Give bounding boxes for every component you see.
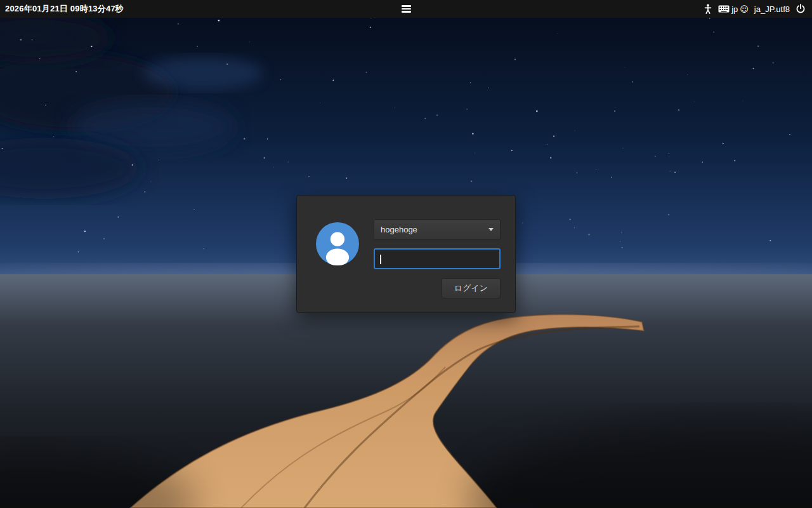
power-button[interactable]: [796, 0, 806, 18]
accessibility-button[interactable]: [704, 0, 712, 18]
username-dropdown[interactable]: hogehoge: [374, 219, 501, 240]
login-screen: 2026年01月21日 09時13分47秒: [0, 0, 812, 508]
menu-icon: [402, 5, 411, 7]
top-panel: 2026年01月21日 09時13分47秒: [0, 0, 812, 18]
locale-menu[interactable]: ja_JP.utf8: [754, 4, 790, 14]
keyboard-icon: [718, 5, 730, 13]
keyboard-layout-button[interactable]: jp ☺: [718, 4, 749, 14]
chevron-down-icon: [488, 228, 494, 231]
accessibility-icon: [704, 4, 712, 14]
keyboard-layout-label: jp: [731, 4, 738, 14]
ime-indicator-icon: ☺: [740, 4, 749, 14]
password-field-frame: [374, 248, 501, 269]
login-dialog: hogehoge ログイン: [296, 195, 516, 313]
password-input[interactable]: [375, 250, 499, 268]
username-label: hogehoge: [381, 225, 417, 234]
session-menu-button[interactable]: [397, 0, 415, 18]
power-icon: [796, 4, 806, 14]
clock: 2026年01月21日 09時13分47秒: [0, 3, 124, 15]
login-button[interactable]: ログイン: [442, 278, 501, 298]
user-avatar: [316, 222, 359, 265]
